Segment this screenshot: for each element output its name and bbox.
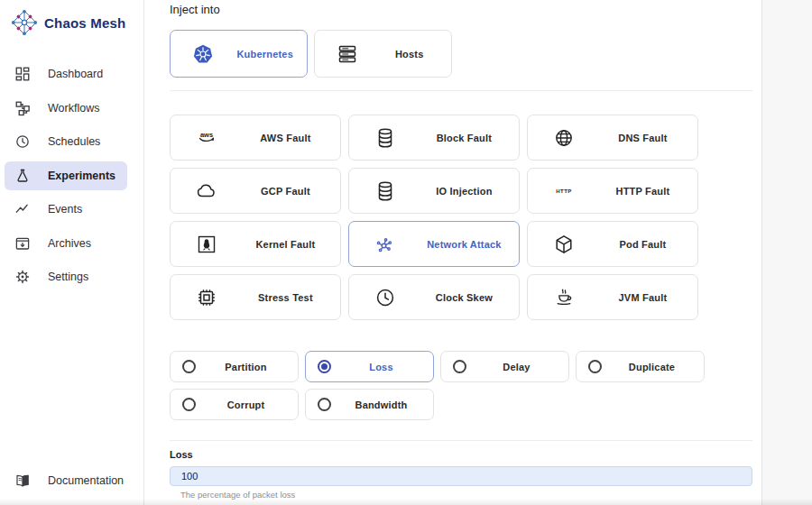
inject-into-label: Inject into [170, 3, 752, 16]
fault-card-jvm[interactable]: JVM Fault [527, 274, 698, 320]
chaos-mesh-logo: Chaos Mesh [0, 0, 143, 38]
clock-icon [349, 287, 422, 308]
network-action-selector: Partition Loss Delay Duplicate Corrupt [170, 351, 752, 420]
radio-icon [588, 360, 602, 373]
sidebar-item-settings[interactable]: Settings [5, 262, 127, 291]
sidebar-nav: Dashboard Workflows [0, 60, 143, 297]
action-card-loss[interactable]: Loss [305, 351, 434, 382]
cloud-icon [171, 180, 244, 202]
section-divider [170, 90, 752, 91]
action-card-duplicate[interactable]: Duplicate [576, 351, 705, 382]
http-icon: HTTP [528, 180, 601, 202]
app-title: Chaos Mesh [44, 15, 125, 31]
radio-icon [453, 360, 466, 373]
sidebar-item-documentation[interactable]: Documentation [5, 466, 127, 495]
java-cup-icon [528, 287, 601, 308]
new-experiment-panel: Inject into Kubernetes [144, 0, 762, 505]
cpu-chip-icon [171, 287, 244, 308]
database-icon [349, 127, 422, 149]
radio-selected-icon [318, 360, 331, 373]
sidebar-item-dashboard[interactable]: Dashboard [5, 60, 127, 88]
sidebar-item-experiments[interactable]: Experiments [5, 161, 127, 190]
fault-card-block[interactable]: Block Fault [348, 115, 520, 161]
experiments-flask-icon [14, 168, 31, 184]
sidebar-item-schedules[interactable]: Schedules [5, 127, 127, 156]
fault-type-grid: aws AWS Fault Block Fault [170, 115, 752, 320]
network-nodes-icon [349, 234, 422, 255]
fault-card-aws[interactable]: aws AWS Fault [170, 115, 341, 161]
app-window: Chaos Mesh Dashboard [0, 0, 812, 505]
target-selector: Kubernetes Hosts [170, 30, 752, 78]
sidebar-item-events[interactable]: Events [5, 195, 127, 224]
action-card-bandwidth[interactable]: Bandwidth [305, 389, 434, 420]
fault-card-stress[interactable]: Stress Test [170, 274, 341, 320]
sidebar: Chaos Mesh Dashboard [0, 0, 144, 505]
target-card-kubernetes[interactable]: Kubernetes [170, 30, 308, 78]
workflows-icon [14, 100, 31, 116]
action-card-delay[interactable]: Delay [440, 351, 569, 382]
target-card-hosts[interactable]: Hosts [314, 30, 452, 78]
fault-card-gcp[interactable]: GCP Fault [170, 168, 341, 214]
chaos-mesh-mesh-icon [11, 9, 38, 36]
main-area: Inject into Kubernetes [144, 0, 812, 505]
fault-card-kernel[interactable]: Kernel Fault [170, 221, 341, 267]
sidebar-item-archives[interactable]: Archives [5, 229, 127, 258]
aws-icon: aws [171, 127, 244, 149]
fault-card-clock-skew[interactable]: Clock Skew [348, 274, 520, 320]
database-icon [349, 180, 422, 202]
settings-gear-icon [14, 269, 31, 285]
radio-icon [182, 398, 196, 411]
events-chart-icon [14, 201, 31, 217]
globe-icon [528, 127, 601, 149]
archives-box-icon [14, 235, 31, 252]
documentation-book-icon [14, 473, 31, 489]
action-card-corrupt[interactable]: Corrupt [170, 389, 299, 420]
svg-text:aws: aws [200, 130, 213, 138]
dashboard-icon [14, 66, 31, 82]
fault-card-network-attack[interactable]: Network Attack [348, 221, 520, 267]
linux-penguin-icon [171, 234, 244, 255]
radio-icon [318, 398, 331, 411]
section-divider [170, 440, 752, 441]
fault-card-pod[interactable]: Pod Fault [527, 221, 698, 267]
radio-icon [182, 360, 196, 373]
schedules-clock-icon [14, 133, 31, 150]
loss-percentage-input[interactable] [170, 466, 752, 486]
loss-helper-text: The percentage of packet loss [180, 490, 752, 500]
sidebar-item-workflows[interactable]: Workflows [5, 94, 127, 123]
action-card-partition[interactable]: Partition [170, 351, 299, 382]
fault-card-http[interactable]: HTTP HTTP Fault [527, 168, 698, 214]
svg-text:HTTP: HTTP [557, 188, 572, 194]
loss-field-label: Loss [170, 449, 752, 460]
hosts-server-icon [315, 44, 380, 64]
pod-cube-icon [528, 234, 601, 255]
fault-card-dns[interactable]: DNS Fault [527, 115, 698, 161]
kubernetes-icon [171, 44, 235, 64]
fault-card-io[interactable]: IO Injection [348, 168, 520, 214]
